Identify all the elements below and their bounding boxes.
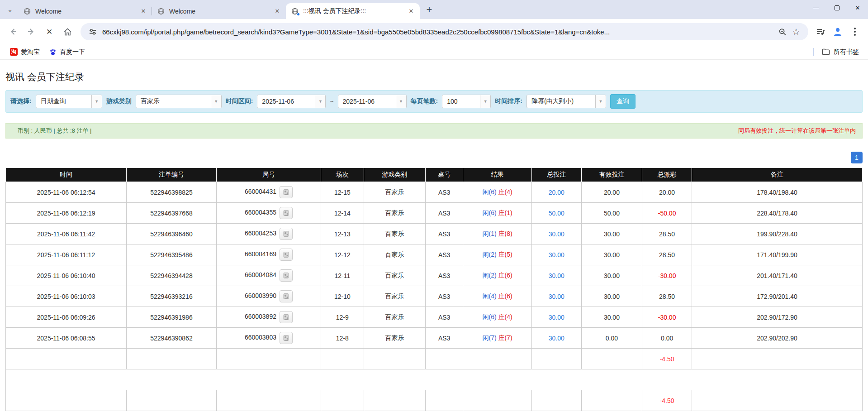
cell-time: 2025-11-06 06:09:26 [6,307,127,328]
total-row: 总计 8 250.00 220.00 -4.50 [6,390,863,411]
video-replay-button[interactable] [280,249,293,261]
total-count: 8 [127,390,217,411]
caret-down-icon: ▼ [595,95,606,108]
video-replay-button[interactable] [280,311,293,323]
video-replay-button[interactable] [280,332,293,344]
bookmark-aitaobao[interactable]: 淘 爱淘宝 [5,46,44,58]
back-button[interactable] [5,23,22,40]
date-from-select[interactable]: 2025-11-06 ▼ [257,95,326,108]
total-bet-link[interactable]: 30.00 [549,251,564,259]
cell-remark: 228.40/178.40 [692,203,863,224]
page-1-button[interactable]: 1 [851,152,863,163]
caret-down-icon: ▼ [480,95,490,108]
url-text[interactable]: 66cxkj98.com/ipl/portal.php/game/betreco… [102,28,776,36]
cell-table-no: AS3 [426,203,463,224]
table-row: 2025-11-06 06:12:19 522946397668 6600043… [6,203,863,224]
minimize-icon [813,8,819,8]
cell-round: 660003892 [216,307,321,328]
total-bet-link[interactable]: 30.00 [549,230,564,238]
cell-total-bet: 30.00 [531,307,581,328]
browser-window: ⌄ Welcome ✕ Welcome ✕ :::视讯 会员下注纪录::: ✕ … [0,0,868,60]
globe-icon [157,8,165,15]
address-bar[interactable]: 66cxkj98.com/ipl/portal.php/game/betreco… [81,23,808,40]
cell-table-no: AS3 [426,265,463,286]
search-button[interactable]: 查询 [610,94,636,109]
video-replay-button[interactable] [280,186,293,198]
caret-down-icon: ▼ [315,95,325,108]
page-size-select[interactable]: 100 ▼ [442,95,491,108]
cell-result: 闲(2) 庄(6) [463,265,532,286]
round-number: 660003990 [245,292,276,299]
home-button[interactable] [59,23,76,40]
browser-menu-button[interactable] [846,23,863,40]
cell-game-type: 百家乐 [364,307,425,328]
tab-close-icon[interactable]: ✕ [273,7,281,15]
all-bookmarks-button[interactable]: 所有书签 [818,46,863,58]
cell-payout: 0.00 [642,328,692,349]
stop-button[interactable]: ✕ [41,23,58,40]
round-number: 660003892 [245,313,276,320]
forward-button[interactable] [23,23,40,40]
media-controls-button[interactable] [812,23,829,40]
cell-remark: 201.40/171.40 [692,265,863,286]
minimize-button[interactable] [806,0,826,15]
game-type-select[interactable]: 百家乐 ▼ [136,95,222,108]
video-replay-button[interactable] [280,290,293,302]
cell-valid-bet: 30.00 [581,286,642,307]
close-button[interactable]: ✕ [847,0,868,15]
summary-gap [6,369,863,390]
tab-betrecord-active[interactable]: :::视讯 会员下注纪录::: ✕ [286,3,420,19]
sort-order-select[interactable]: 降幂(由大到小) ▼ [526,95,606,108]
filter-bar: 请选择: 日期查询 ▼ 游戏类别 百家乐 ▼ 时间区间: 2025-11-06 … [5,90,863,113]
maximize-button[interactable] [826,0,847,15]
cell-round: 660004253 [216,224,321,244]
info-bar: 币别 : 人民币 | 总共 :8 注单 | 同局有效投注，统一计算在该局第一张注… [5,123,863,139]
bookmark-star-icon[interactable]: ☆ [789,25,803,38]
column-header: 备注 [692,168,863,182]
cell-result: 闲(7) 庄(7) [463,328,532,349]
profile-avatar[interactable] [829,23,846,40]
tab-close-icon[interactable]: ✕ [139,7,147,15]
subtotal-label: 小计 [6,349,127,369]
total-bet-link[interactable]: 30.00 [549,293,564,300]
cell-table-no: AS3 [426,307,463,328]
cell-bet-id: 522946390862 [127,328,217,349]
total-bet-link[interactable]: 50.00 [549,210,564,217]
video-replay-button[interactable] [280,269,293,282]
video-replay-button[interactable] [280,207,293,219]
bookmarks-right: 所有书签 [813,46,863,58]
cell-round: 660004169 [216,244,321,265]
tab-search-button[interactable]: ⌄ [4,3,16,16]
total-total-bet: 250.00 [531,390,581,411]
column-header: 有效投注 [581,168,642,182]
tab-close-icon[interactable]: ✕ [407,7,415,15]
date-to-select[interactable]: 2025-11-06 ▼ [338,95,407,108]
new-tab-button[interactable]: + [422,3,436,16]
cell-remark: 178.40/198.40 [692,182,863,203]
zoom-icon[interactable] [776,25,789,38]
site-settings-icon[interactable] [86,25,100,38]
forward-icon [27,27,36,36]
cell-table-no: AS3 [426,328,463,349]
film-icon [283,272,289,279]
total-bet-link[interactable]: 30.00 [549,272,564,279]
video-replay-button[interactable] [280,228,293,240]
caret-down-icon: ▼ [211,95,221,108]
query-type-select[interactable]: 日期查询 ▼ [36,95,102,108]
tab-welcome-1[interactable]: Welcome ✕ [18,3,152,19]
total-bet-link[interactable]: 20.00 [549,189,564,196]
tab-welcome-2[interactable]: Welcome ✕ [152,3,286,19]
cell-result: 闲(1) 庄(8) [463,224,532,244]
round-number: 660003803 [245,334,276,341]
cell-session: 12-13 [321,224,364,244]
total-bet-link[interactable]: 30.00 [549,314,564,321]
cell-valid-bet: 20.00 [581,182,642,203]
cell-bet-id: 522946396460 [127,224,217,244]
result-player: 闲(7) [483,334,497,341]
bookmark-baidu[interactable]: 百度一下 [44,46,90,58]
cell-result: 闲(6) 庄(4) [463,307,532,328]
total-bet-link[interactable]: 30.00 [549,335,564,342]
result-player: 闲(2) [483,251,497,258]
back-icon [9,27,18,36]
subtotal-count: 8 [127,349,217,369]
